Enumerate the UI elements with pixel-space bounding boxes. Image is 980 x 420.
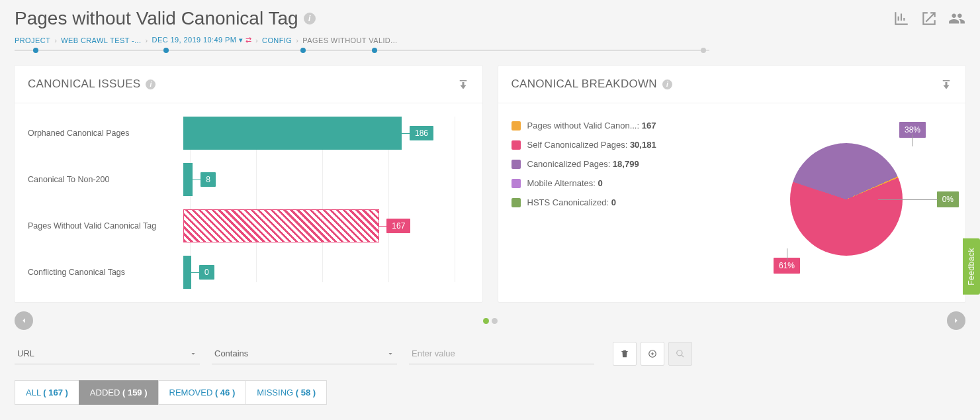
tab-added[interactable]: ADDED ( 159 ) — [79, 380, 159, 405]
legend-label: HSTS Canonicalized: 0 — [527, 197, 616, 207]
users-icon[interactable] — [948, 10, 965, 27]
filter-value-input[interactable] — [409, 343, 594, 364]
add-filter-button[interactable] — [641, 342, 664, 366]
tab-missing[interactable]: MISSING ( 58 ) — [245, 380, 327, 405]
pager-dots[interactable] — [483, 318, 498, 324]
pie-label-0pct: 0% — [937, 191, 959, 207]
panel-canonical-breakdown: CANONICAL BREAKDOWN i Pages without Vali… — [498, 66, 966, 302]
bar-row[interactable]: Canonical To Non-2008 — [28, 163, 449, 196]
chevron-down-icon — [386, 350, 394, 358]
bar-value: 8 — [200, 172, 216, 187]
bar-label: Conflicting Canonical Tags — [28, 268, 183, 277]
bar-value: 186 — [410, 126, 433, 140]
legend-label: Mobile Alternates: 0 — [527, 178, 603, 188]
legend-label: Pages without Valid Canon...: 167 — [527, 121, 656, 131]
breadcrumb-current: PAGES WITHOUT VALID... — [302, 36, 397, 44]
next-button[interactable] — [947, 311, 965, 330]
tab-all[interactable]: ALL ( 167 ) — [15, 380, 79, 405]
legend-item[interactable]: Canonicalized Pages: 18,799 — [512, 159, 741, 169]
breadcrumb-project[interactable]: PROJECT — [15, 36, 50, 44]
legend-swatch — [512, 198, 521, 207]
filter-field-select[interactable]: URL — [15, 343, 200, 364]
delete-filter-button[interactable] — [613, 342, 637, 366]
bar-value: 0 — [199, 265, 214, 280]
panel-canonical-issues: CANONICAL ISSUES i Orphaned Canonical Pa… — [15, 66, 482, 302]
legend-item[interactable]: HSTS Canonicalized: 0 — [512, 197, 741, 207]
legend-label: Self Canonicalized Pages: 30,181 — [527, 140, 656, 150]
bar-label: Orphaned Canonical Pages — [28, 129, 183, 138]
bar-label: Canonical To Non-200 — [28, 175, 183, 184]
bar-row[interactable]: Pages Without Valid Canonical Tag167 — [28, 209, 449, 242]
compare-icon[interactable]: ⇄ — [245, 36, 251, 44]
bar-row[interactable]: Conflicting Canonical Tags0 — [28, 256, 449, 289]
download-icon[interactable] — [940, 78, 952, 90]
breadcrumb: PROJECT › WEB CRAWL TEST -... › DEC 19, … — [15, 36, 965, 51]
filter-operator-select[interactable]: Contains — [212, 343, 397, 364]
info-icon[interactable]: i — [304, 13, 316, 25]
legend-swatch — [512, 160, 521, 169]
bar-row[interactable]: Orphaned Canonical Pages186 — [28, 117, 449, 150]
bar-value: 167 — [386, 219, 410, 233]
download-icon[interactable] — [457, 78, 469, 90]
info-icon[interactable]: i — [662, 79, 672, 89]
search-button[interactable] — [668, 342, 692, 366]
legend-swatch — [512, 179, 521, 188]
chevron-down-icon — [189, 350, 197, 358]
chart-icon[interactable] — [893, 10, 910, 27]
legend-item[interactable]: Self Canonicalized Pages: 30,181 — [512, 140, 741, 150]
feedback-tab[interactable]: Feedback — [963, 238, 980, 295]
legend-item[interactable]: Pages without Valid Canon...: 167 — [512, 121, 741, 131]
legend-swatch — [512, 121, 521, 131]
page-title: Pages without Valid Canonical Tag i — [15, 8, 316, 29]
chevron-right-icon: › — [296, 36, 298, 44]
breadcrumb-crawl[interactable]: WEB CRAWL TEST -... — [61, 36, 141, 44]
chevron-right-icon: › — [54, 36, 57, 44]
legend-label: Canonicalized Pages: 18,799 — [527, 159, 639, 169]
chevron-right-icon: › — [255, 36, 258, 44]
info-icon[interactable]: i — [146, 79, 156, 89]
chevron-right-icon: › — [146, 36, 148, 44]
legend-swatch — [512, 140, 521, 150]
legend-item[interactable]: Mobile Alternates: 0 — [512, 178, 741, 188]
tab-removed[interactable]: REMOVED ( 46 ) — [158, 380, 247, 405]
bar-label: Pages Without Valid Canonical Tag — [28, 221, 183, 231]
breadcrumb-date[interactable]: DEC 19, 2019 10:49 PM ▾ ⇄ — [152, 36, 251, 44]
prev-button[interactable] — [15, 311, 33, 330]
share-icon[interactable] — [920, 10, 938, 27]
breadcrumb-config[interactable]: CONFIG — [262, 36, 292, 44]
